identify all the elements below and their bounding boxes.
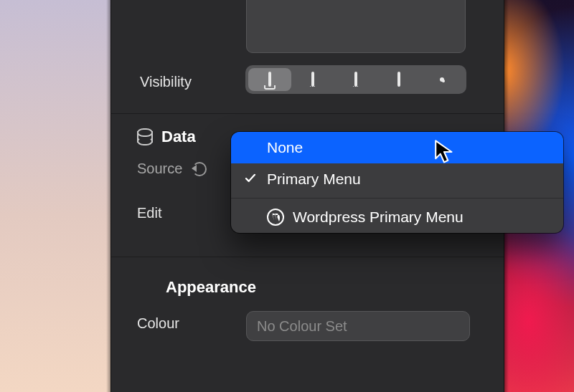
wordpress-icon xyxy=(267,209,284,226)
source-label: Source xyxy=(137,161,182,177)
tablet-icon xyxy=(354,73,357,86)
visibility-tablet-button[interactable] xyxy=(334,68,377,91)
checkmark-icon xyxy=(244,172,257,185)
dropdown-separator xyxy=(231,198,563,199)
divider xyxy=(111,113,504,114)
colour-input[interactable]: No Colour Set xyxy=(246,311,470,341)
inspector-panel: Visibility Data Source Edit Appearance xyxy=(110,0,504,392)
colour-label: Colour xyxy=(137,315,179,332)
colour-placeholder: No Colour Set xyxy=(257,318,347,335)
text-area[interactable] xyxy=(246,0,466,53)
visibility-preview-button[interactable] xyxy=(420,68,464,91)
row-edit: Edit xyxy=(137,205,161,221)
section-data-title: Data xyxy=(161,128,196,146)
refresh-icon[interactable] xyxy=(192,162,207,176)
section-appearance-title: Appearance xyxy=(166,278,256,296)
row-source: Source xyxy=(137,161,207,177)
dropdown-item-primary-menu[interactable]: Primary Menu xyxy=(231,163,563,195)
visibility-segmented-control[interactable] xyxy=(245,65,466,94)
phone-icon xyxy=(397,73,400,86)
dropdown-item-label: Primary Menu xyxy=(267,171,361,188)
desktop-left-gradient xyxy=(0,0,110,392)
section-data-header[interactable]: Data xyxy=(137,128,196,146)
dropdown-item-label: None xyxy=(267,139,303,156)
visibility-phone-button[interactable] xyxy=(377,68,420,91)
desktop-icon xyxy=(268,73,271,86)
database-icon xyxy=(137,128,153,145)
dropdown-item-wordpress-primary-menu[interactable]: Wordpress Primary Menu xyxy=(231,201,563,233)
dropdown-item-label: Wordpress Primary Menu xyxy=(293,209,464,226)
visibility-laptop-button[interactable] xyxy=(291,68,334,91)
divider xyxy=(111,257,504,257)
dropdown-item-none[interactable]: None xyxy=(231,132,563,163)
visibility-desktop-button[interactable] xyxy=(248,68,291,91)
visibility-label: Visibility xyxy=(140,74,192,90)
section-appearance-header[interactable]: Appearance xyxy=(166,278,256,297)
laptop-icon xyxy=(311,73,314,86)
source-dropdown-popover: None Primary Menu Wordpress Primary Menu xyxy=(231,132,563,233)
edit-label: Edit xyxy=(137,205,161,221)
